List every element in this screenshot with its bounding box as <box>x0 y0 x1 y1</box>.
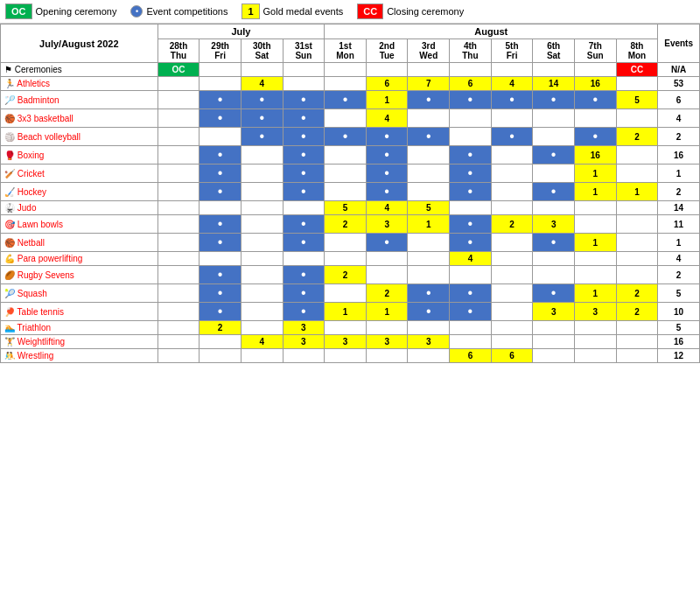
schedule-cell <box>200 252 242 266</box>
table-row: 🥊 Boxing•••••1616 <box>1 146 700 164</box>
schedule-cell: 4 <box>366 109 408 128</box>
schedule-cell <box>616 321 658 335</box>
legend-event: • Event competitions <box>130 5 228 18</box>
schedule-cell: • <box>450 164 492 183</box>
date-5: 5thFri <box>491 39 533 63</box>
schedule-cell: • <box>283 91 325 109</box>
sport-main-label: 🏉 Rugby Sevens <box>1 266 158 284</box>
schedule-cell <box>408 252 450 266</box>
schedule-cell <box>408 164 450 183</box>
date-1: 1stMon <box>325 39 367 63</box>
schedule-cell: 1 <box>366 303 408 321</box>
schedule-cell: • <box>283 303 325 321</box>
table-row: 🏃 Athletics46764141653 <box>1 77 700 91</box>
schedule-cell: 3 <box>574 303 616 321</box>
schedule-cell <box>241 146 283 164</box>
cc-label: Closing ceremony <box>387 6 464 17</box>
schedule-cell: • <box>283 146 325 164</box>
date-2: 2ndTue <box>366 39 408 63</box>
schedule-cell: 1 <box>325 303 367 321</box>
table-row: 💪 Para powerlifting44 <box>1 252 700 266</box>
schedule-cell: • <box>533 91 575 109</box>
schedule-cell <box>241 215 283 234</box>
schedule-cell <box>200 77 242 91</box>
schedule-cell <box>450 128 492 146</box>
events-count: 2 <box>658 128 700 146</box>
schedule-cell: • <box>200 146 242 164</box>
schedule-table-container: July/August 2022 July August Events 28th… <box>0 24 700 363</box>
schedule-cell: 3 <box>283 335 325 349</box>
schedule-cell: 1 <box>408 215 450 234</box>
schedule-cell <box>325 321 367 335</box>
schedule-cell: 6 <box>450 77 492 91</box>
table-row: 🎾 Squash••2•••125 <box>1 284 700 303</box>
schedule-cell <box>616 252 658 266</box>
schedule-cell <box>325 77 367 91</box>
schedule-cell: • <box>283 215 325 234</box>
schedule-cell <box>366 266 408 284</box>
cc-badge: CC <box>357 4 383 19</box>
schedule-cell: • <box>200 183 242 201</box>
schedule-cell: • <box>533 146 575 164</box>
sport-main-label: 🏃 Athletics <box>1 77 158 91</box>
schedule-cell <box>574 266 616 284</box>
table-row: 🏀 Netball•••••11 <box>1 234 700 252</box>
schedule-cell: • <box>200 109 242 128</box>
schedule-cell: • <box>408 303 450 321</box>
events-count: 5 <box>658 321 700 335</box>
schedule-cell: 3 <box>408 335 450 349</box>
legend-cc: CC Closing ceremony <box>357 4 464 19</box>
schedule-cell: 1 <box>574 164 616 183</box>
schedule-cell <box>325 284 367 303</box>
schedule-cell: • <box>241 128 283 146</box>
schedule-cell: • <box>283 183 325 201</box>
schedule-cell: • <box>450 91 492 109</box>
schedule-cell <box>408 266 450 284</box>
table-row: 🏏 Cricket••••11 <box>1 164 700 183</box>
schedule-cell: 1 <box>574 284 616 303</box>
events-count: 16 <box>658 146 700 164</box>
schedule-cell <box>616 146 658 164</box>
schedule-cell <box>533 63 575 77</box>
schedule-cell: • <box>200 303 242 321</box>
schedule-cell <box>574 252 616 266</box>
schedule-cell: 1 <box>574 234 616 252</box>
schedule-cell <box>366 63 408 77</box>
schedule-cell: • <box>283 234 325 252</box>
schedule-cell <box>533 266 575 284</box>
schedule-cell: • <box>533 183 575 201</box>
events-count: 6 <box>658 91 700 109</box>
schedule-cell <box>491 252 533 266</box>
schedule-cell: • <box>283 109 325 128</box>
date-28: 28thThu <box>158 39 200 63</box>
schedule-cell: • <box>450 234 492 252</box>
schedule-cell: • <box>450 215 492 234</box>
schedule-cell: 4 <box>366 201 408 215</box>
schedule-cell: 5 <box>325 201 367 215</box>
schedule-cell <box>158 303 200 321</box>
schedule-cell <box>325 349 367 363</box>
schedule-cell: • <box>408 128 450 146</box>
schedule-cell <box>533 349 575 363</box>
sport-main-label: 🎯 Lawn bowls <box>1 215 158 234</box>
sport-main-label: 🎾 Squash <box>1 284 158 303</box>
table-title: July/August 2022 <box>1 24 158 63</box>
schedule-cell: • <box>533 284 575 303</box>
schedule-cell: 2 <box>366 284 408 303</box>
schedule-cell <box>408 321 450 335</box>
schedule-cell <box>408 146 450 164</box>
sport-main-label: 🥊 Boxing <box>1 146 158 164</box>
schedule-cell: • <box>200 284 242 303</box>
schedule-cell: • <box>325 128 367 146</box>
schedule-cell <box>616 234 658 252</box>
schedule-cell: 4 <box>450 252 492 266</box>
schedule-cell: 1 <box>574 183 616 201</box>
schedule-cell <box>491 63 533 77</box>
table-row: 🏊 Triathlon235 <box>1 321 700 335</box>
schedule-cell <box>491 335 533 349</box>
schedule-cell <box>325 109 367 128</box>
schedule-cell: • <box>491 128 533 146</box>
schedule-cell: 14 <box>533 77 575 91</box>
schedule-cell <box>616 266 658 284</box>
schedule-cell: 4 <box>491 77 533 91</box>
